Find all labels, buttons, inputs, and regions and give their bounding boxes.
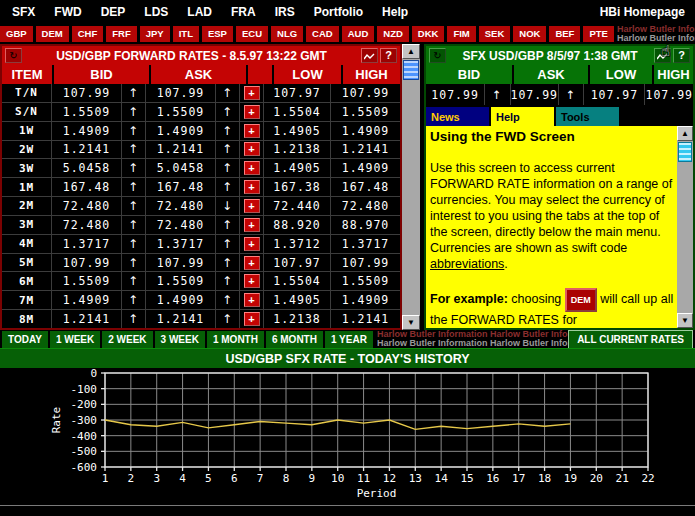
period-tab-today[interactable]: TODAY <box>2 331 48 348</box>
high-cell: 1.5509 <box>331 272 400 290</box>
svg-text:19: 19 <box>564 472 577 485</box>
scroll-up-icon[interactable]: ▲ <box>677 126 693 141</box>
plus-cell: + <box>240 178 264 196</box>
scrollbar-track[interactable] <box>677 163 693 313</box>
high-cell: 107.99 <box>331 254 400 272</box>
currency-tab-aud[interactable]: AUD <box>342 26 375 42</box>
currency-tab-pte[interactable]: PTE <box>583 26 613 42</box>
scrollbar-thumb[interactable] <box>403 60 419 80</box>
menu-item-fra[interactable]: FRA <box>231 5 256 19</box>
high-cell: 107.99 <box>331 84 400 102</box>
menu-item-dep[interactable]: DEP <box>101 5 126 19</box>
bid-cell: 72.480 <box>52 216 122 234</box>
currency-tab-cad[interactable]: CAD <box>306 26 339 42</box>
abbreviations-link[interactable]: abbreviations <box>430 257 504 271</box>
bid-arrow-icon: ↑ <box>122 272 146 290</box>
menu-item-lad[interactable]: LAD <box>187 5 212 19</box>
menu-item-irs[interactable]: IRS <box>275 5 295 19</box>
low-cell: 1.4905 <box>264 122 331 140</box>
currency-tab-nzd[interactable]: NZD <box>377 26 409 42</box>
period-tab-2-week[interactable]: 2 WEEK <box>102 331 152 348</box>
currency-tab-jpy[interactable]: JPY <box>140 26 170 42</box>
help-heading: Using the FWD Screen <box>430 129 675 145</box>
tab-news[interactable]: News <box>426 107 489 126</box>
add-rate-button[interactable]: + <box>244 256 260 270</box>
add-rate-button[interactable]: + <box>244 293 260 307</box>
refresh-icon[interactable]: ↻ <box>5 48 22 63</box>
add-rate-button[interactable]: + <box>244 124 260 138</box>
currency-tab-itl[interactable]: ITL <box>173 26 199 42</box>
hbi-homepage-link[interactable]: HBi Homepage <box>600 5 695 19</box>
currency-tab-chf[interactable]: CHF <box>72 26 104 42</box>
scrollbar-thumb[interactable] <box>678 142 692 162</box>
refresh-icon[interactable]: ↻ <box>429 48 446 63</box>
table-row: 3M72.480↑72.480↑+88.92088.970 <box>2 216 400 235</box>
currency-tab-dkk[interactable]: DKK <box>412 26 445 42</box>
add-rate-button[interactable]: + <box>244 199 260 213</box>
bid-cell: 1.2141 <box>52 141 122 159</box>
menu-item-fwd[interactable]: FWD <box>54 5 81 19</box>
tab-tools[interactable]: Tools <box>556 107 619 126</box>
period-tab-3-week[interactable]: 3 WEEK <box>155 331 205 348</box>
tab-help[interactable]: Help <box>491 107 554 126</box>
all-current-rates-button[interactable]: ALL CURRENT RATES <box>568 330 693 348</box>
plus-cell: + <box>240 216 264 234</box>
add-rate-button[interactable]: + <box>244 105 260 119</box>
svg-text:18: 18 <box>538 472 551 485</box>
bid-arrow-icon: ↑ <box>122 197 146 215</box>
add-rate-button[interactable]: + <box>244 218 260 232</box>
add-rate-button[interactable]: + <box>244 161 260 175</box>
currency-tab-bef[interactable]: BEF <box>549 26 580 42</box>
add-rate-button[interactable]: + <box>244 180 260 194</box>
ask-arrow-icon: ↑ <box>216 272 240 290</box>
period-tab-1-year[interactable]: 1 YEAR <box>325 331 373 348</box>
item-cell: 5M <box>2 254 52 272</box>
table-row: 4M1.3717↑1.3717↑+1.37121.3717 <box>2 235 400 254</box>
bid-cell: 107.99 <box>52 84 122 102</box>
add-rate-button[interactable]: + <box>244 312 260 326</box>
item-cell: 6M <box>2 272 52 290</box>
svg-text:1: 1 <box>102 472 109 485</box>
period-tab-1-month[interactable]: 1 MONTH <box>207 331 264 348</box>
menu-item-help[interactable]: Help <box>382 5 408 19</box>
help-scrollbar[interactable]: ▲ ▼ <box>677 126 693 328</box>
svg-text:-400: -400 <box>71 430 98 443</box>
dem-currency-button[interactable]: DEM <box>565 288 597 312</box>
add-rate-button[interactable]: + <box>244 237 260 251</box>
currency-tab-fim[interactable]: FIM <box>447 26 475 42</box>
low-cell: 1.4905 <box>264 159 331 177</box>
currency-tab-frf[interactable]: FRF <box>106 26 136 42</box>
help-icon[interactable]: ? <box>673 48 690 63</box>
help-icon[interactable]: ? <box>380 48 397 63</box>
ask-arrow-icon: ↑ <box>216 141 240 159</box>
hbi-terminal: SFXFWDDEPLDSLADFRAIRSPortfolioHelp HBi H… <box>0 0 695 516</box>
currency-tab-nlg[interactable]: NLG <box>271 26 303 42</box>
scroll-down-icon[interactable]: ▼ <box>402 315 420 330</box>
chart-icon[interactable] <box>361 48 378 63</box>
period-tab-1-week[interactable]: 1 WEEK <box>50 331 100 348</box>
menu-item-sfx[interactable]: SFX <box>12 5 35 19</box>
forward-rates-scrollbar[interactable]: ▲ ▼ <box>402 44 420 330</box>
currency-tab-nok[interactable]: NOK <box>513 26 546 42</box>
scroll-up-icon[interactable]: ▲ <box>402 44 420 59</box>
currency-tab-dem[interactable]: DEM <box>36 26 69 42</box>
bid-cell: 5.0458 <box>52 159 122 177</box>
period-tab-6-month[interactable]: 6 MONTH <box>266 331 323 348</box>
scrollbar-track[interactable] <box>402 81 420 315</box>
bid-cell: 72.480 <box>52 197 122 215</box>
table-row: 3W5.0458↑5.0458↑+1.49051.4909 <box>2 159 400 178</box>
svg-text:21: 21 <box>616 472 629 485</box>
add-rate-button[interactable]: + <box>244 86 260 100</box>
ask-cell: 1.3717 <box>146 235 216 253</box>
menu-item-portfolio[interactable]: Portfolio <box>314 5 363 19</box>
add-rate-button[interactable]: + <box>244 274 260 288</box>
currency-tab-gbp[interactable]: GBP <box>0 26 33 42</box>
currency-tab-ecu[interactable]: ECU <box>236 26 268 42</box>
svg-text:-600: -600 <box>71 461 98 474</box>
add-rate-button[interactable]: + <box>244 142 260 156</box>
scroll-down-icon[interactable]: ▼ <box>677 313 693 328</box>
svg-text:22: 22 <box>641 472 654 485</box>
currency-tab-sek[interactable]: SEK <box>479 26 511 42</box>
menu-item-lds[interactable]: LDS <box>144 5 168 19</box>
currency-tab-esp[interactable]: ESP <box>202 26 233 42</box>
